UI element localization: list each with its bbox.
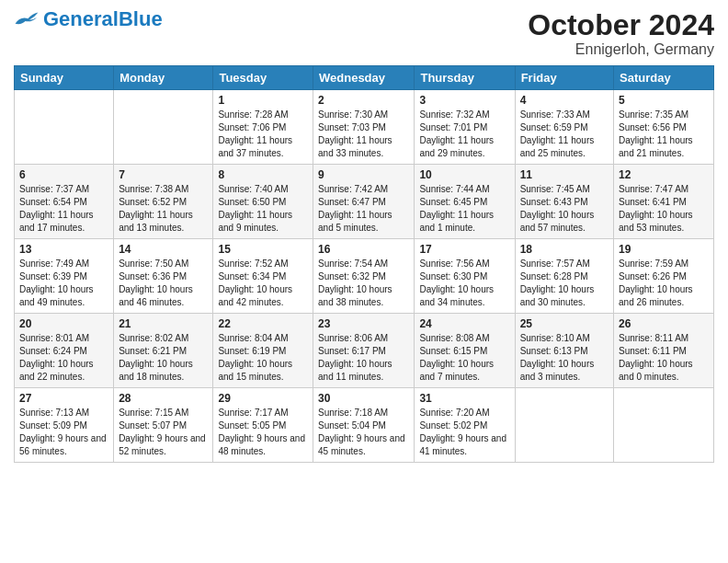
day-detail: Sunrise: 7:33 AMSunset: 6:59 PMDaylight:… [520,109,595,158]
day-number: 17 [419,243,509,256]
bird-icon [14,11,40,28]
col-tuesday: Tuesday [213,66,313,90]
calendar-table: Sunday Monday Tuesday Wednesday Thursday… [14,65,714,463]
table-row: 18Sunrise: 7:57 AMSunset: 6:28 PMDayligh… [515,239,613,314]
table-row [614,388,714,463]
table-row: 11Sunrise: 7:45 AMSunset: 6:43 PMDayligh… [515,165,613,239]
day-detail: Sunrise: 8:06 AMSunset: 6:17 PMDaylight:… [318,333,392,382]
col-saturday: Saturday [614,66,714,90]
day-number: 7 [119,168,208,181]
table-row: 28Sunrise: 7:15 AMSunset: 5:07 PMDayligh… [114,388,213,463]
day-detail: Sunrise: 8:10 AMSunset: 6:13 PMDaylight:… [520,333,595,382]
table-row: 25Sunrise: 8:10 AMSunset: 6:13 PMDayligh… [515,314,613,388]
day-number: 30 [318,392,409,405]
col-friday: Friday [515,66,613,90]
table-row: 30Sunrise: 7:18 AMSunset: 5:04 PMDayligh… [313,388,415,463]
table-row [515,388,613,463]
table-row: 31Sunrise: 7:20 AMSunset: 5:02 PMDayligh… [415,388,515,463]
day-number: 11 [520,168,609,181]
day-number: 18 [520,243,609,256]
day-detail: Sunrise: 7:13 AMSunset: 5:09 PMDaylight:… [19,408,107,456]
day-detail: Sunrise: 8:04 AMSunset: 6:19 PMDaylight:… [218,333,292,382]
col-thursday: Thursday [415,66,515,90]
day-detail: Sunrise: 7:17 AMSunset: 5:05 PMDaylight:… [218,408,305,456]
day-number: 10 [419,168,509,181]
table-row: 16Sunrise: 7:54 AMSunset: 6:32 PMDayligh… [313,239,415,314]
day-number: 4 [520,94,609,107]
day-detail: Sunrise: 7:47 AMSunset: 6:41 PMDaylight:… [619,184,693,233]
calendar-week-row: 27Sunrise: 7:13 AMSunset: 5:09 PMDayligh… [15,388,714,463]
day-number: 15 [218,243,308,256]
day-number: 6 [19,168,108,181]
day-detail: Sunrise: 7:28 AMSunset: 7:06 PMDaylight:… [218,109,292,158]
table-row: 6Sunrise: 7:37 AMSunset: 6:54 PMDaylight… [15,165,114,239]
title-block: October 2024 Ennigerloh, Germany [528,9,714,58]
calendar-week-row: 13Sunrise: 7:49 AMSunset: 6:39 PMDayligh… [15,239,714,314]
table-row: 5Sunrise: 7:35 AMSunset: 6:56 PMDaylight… [614,90,714,165]
day-number: 23 [318,317,409,330]
day-detail: Sunrise: 8:02 AMSunset: 6:21 PMDaylight:… [119,333,193,382]
table-row: 12Sunrise: 7:47 AMSunset: 6:41 PMDayligh… [614,165,714,239]
table-row: 1Sunrise: 7:28 AMSunset: 7:06 PMDaylight… [213,90,313,165]
day-number: 24 [419,317,509,330]
day-number: 27 [19,392,108,405]
day-detail: Sunrise: 7:45 AMSunset: 6:43 PMDaylight:… [520,184,595,233]
calendar-week-row: 1Sunrise: 7:28 AMSunset: 7:06 PMDaylight… [15,90,714,165]
day-detail: Sunrise: 7:44 AMSunset: 6:45 PMDaylight:… [419,184,494,233]
day-number: 20 [19,317,108,330]
day-detail: Sunrise: 8:08 AMSunset: 6:15 PMDaylight:… [419,333,494,382]
calendar-title: October 2024 [528,9,714,41]
day-detail: Sunrise: 7:52 AMSunset: 6:34 PMDaylight:… [218,259,292,307]
table-row: 22Sunrise: 8:04 AMSunset: 6:19 PMDayligh… [213,314,313,388]
logo: GeneralBlue [14,9,163,29]
table-row: 26Sunrise: 8:11 AMSunset: 6:11 PMDayligh… [614,314,714,388]
table-row: 10Sunrise: 7:44 AMSunset: 6:45 PMDayligh… [415,165,515,239]
calendar-week-row: 6Sunrise: 7:37 AMSunset: 6:54 PMDaylight… [15,165,714,239]
day-number: 28 [119,392,208,405]
table-row: 4Sunrise: 7:33 AMSunset: 6:59 PMDaylight… [515,90,613,165]
day-detail: Sunrise: 7:30 AMSunset: 7:03 PMDaylight:… [318,109,392,158]
day-number: 13 [19,243,108,256]
day-number: 29 [218,392,308,405]
table-row: 8Sunrise: 7:40 AMSunset: 6:50 PMDaylight… [213,165,313,239]
day-detail: Sunrise: 8:01 AMSunset: 6:24 PMDaylight:… [19,333,94,382]
day-detail: Sunrise: 7:18 AMSunset: 5:04 PMDaylight:… [318,408,405,456]
calendar-header-row: Sunday Monday Tuesday Wednesday Thursday… [15,66,714,90]
table-row: 14Sunrise: 7:50 AMSunset: 6:36 PMDayligh… [114,239,213,314]
day-number: 9 [318,168,409,181]
day-number: 3 [419,94,509,107]
day-number: 2 [318,94,409,107]
day-number: 8 [218,168,308,181]
table-row: 21Sunrise: 8:02 AMSunset: 6:21 PMDayligh… [114,314,213,388]
table-row: 24Sunrise: 8:08 AMSunset: 6:15 PMDayligh… [415,314,515,388]
day-detail: Sunrise: 7:50 AMSunset: 6:36 PMDaylight:… [119,259,193,307]
table-row: 3Sunrise: 7:32 AMSunset: 7:01 PMDaylight… [415,90,515,165]
day-number: 26 [619,317,709,330]
day-detail: Sunrise: 7:40 AMSunset: 6:50 PMDaylight:… [218,184,292,233]
col-wednesday: Wednesday [313,66,415,90]
table-row [114,90,213,165]
day-number: 14 [119,243,208,256]
col-monday: Monday [114,66,213,90]
table-row: 15Sunrise: 7:52 AMSunset: 6:34 PMDayligh… [213,239,313,314]
table-row [15,90,114,165]
day-detail: Sunrise: 7:35 AMSunset: 6:56 PMDaylight:… [619,109,693,158]
day-detail: Sunrise: 7:54 AMSunset: 6:32 PMDaylight:… [318,259,392,307]
day-number: 25 [520,317,609,330]
day-number: 22 [218,317,308,330]
calendar-subtitle: Ennigerloh, Germany [528,41,714,58]
logo-text: GeneralBlue [43,9,163,29]
day-detail: Sunrise: 7:59 AMSunset: 6:26 PMDaylight:… [619,259,693,307]
table-row: 7Sunrise: 7:38 AMSunset: 6:52 PMDaylight… [114,165,213,239]
header: GeneralBlue October 2024 Ennigerloh, Ger… [14,9,714,58]
day-number: 19 [619,243,709,256]
page: GeneralBlue October 2024 Ennigerloh, Ger… [0,0,728,563]
day-detail: Sunrise: 8:11 AMSunset: 6:11 PMDaylight:… [619,333,693,382]
day-number: 1 [218,94,308,107]
table-row: 19Sunrise: 7:59 AMSunset: 6:26 PMDayligh… [614,239,714,314]
day-detail: Sunrise: 7:42 AMSunset: 6:47 PMDaylight:… [318,184,392,233]
table-row: 2Sunrise: 7:30 AMSunset: 7:03 PMDaylight… [313,90,415,165]
day-detail: Sunrise: 7:38 AMSunset: 6:52 PMDaylight:… [119,184,193,233]
day-number: 16 [318,243,409,256]
day-detail: Sunrise: 7:56 AMSunset: 6:30 PMDaylight:… [419,259,494,307]
